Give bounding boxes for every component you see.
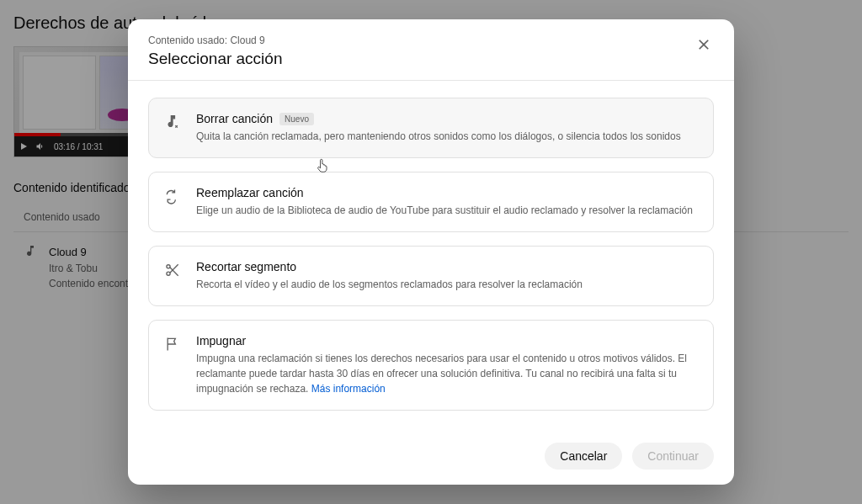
option-description: Quita la canción reclamada, pero manteni… (196, 129, 698, 144)
scissors-icon (164, 262, 181, 279)
modal-header: Contenido usado: Cloud 9 Seleccionar acc… (128, 19, 734, 81)
option-description: Elige un audio de la Biblioteca de audio… (196, 203, 698, 218)
option-title: Borrar canción (196, 112, 273, 125)
option-replace-song[interactable]: Reemplazar canción Elige un audio de la … (148, 172, 714, 232)
continue-button[interactable]: Continuar (632, 443, 714, 470)
more-info-link[interactable]: Más información (311, 383, 386, 395)
flag-icon (164, 336, 181, 353)
option-dispute[interactable]: Impugnar Impugna una reclamación si tien… (148, 320, 714, 411)
close-button[interactable] (694, 34, 714, 55)
replace-icon (164, 188, 181, 204)
close-icon (695, 36, 712, 53)
option-title: Recortar segmento (196, 260, 296, 273)
cancel-button[interactable]: Cancelar (545, 443, 622, 470)
option-trim-segment[interactable]: Recortar segmento Recorta el vídeo y el … (148, 246, 714, 306)
option-description: Recorta el vídeo y el audio de los segme… (196, 277, 698, 292)
option-description: Impugna una reclamación si tienes los de… (196, 351, 698, 396)
select-action-modal: Contenido usado: Cloud 9 Seleccionar acc… (128, 19, 734, 485)
modal-footer: Cancelar Continuar (128, 431, 734, 485)
modal-subtitle: Contenido usado: Cloud 9 (148, 34, 282, 46)
option-title: Reemplazar canción (196, 186, 304, 199)
modal-title: Seleccionar acción (148, 50, 282, 68)
modal-overlay: Contenido usado: Cloud 9 Seleccionar acc… (0, 0, 862, 504)
music-cut-icon (164, 114, 181, 130)
option-title: Impugnar (196, 334, 246, 347)
new-badge: Nuevo (279, 113, 314, 125)
option-erase-song[interactable]: Borrar canción Nuevo Quita la canción re… (148, 98, 714, 158)
